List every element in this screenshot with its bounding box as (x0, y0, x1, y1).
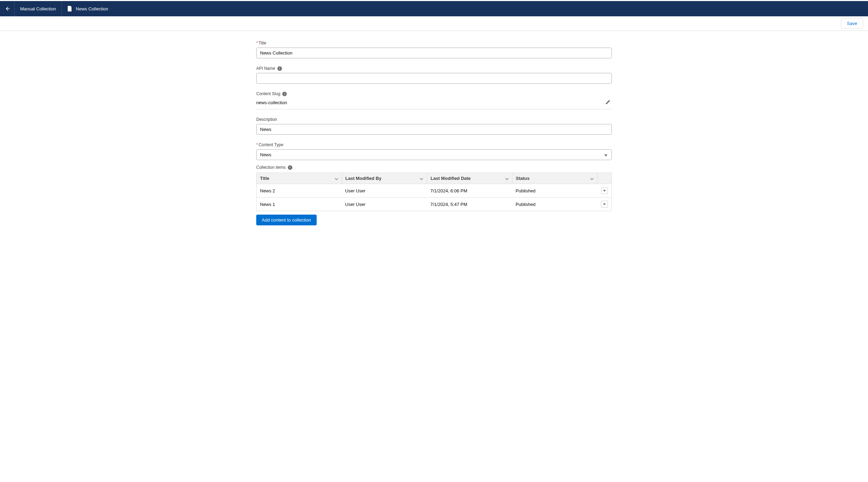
chevron-down-icon (505, 176, 509, 181)
col-header-modified-by[interactable]: Last Modified By (342, 173, 427, 184)
cell-status: Published (512, 184, 598, 198)
col-header-title[interactable]: Title (257, 173, 342, 184)
document-icon (67, 6, 72, 11)
header-bar: Manual Collection News Collection (0, 1, 868, 16)
back-button[interactable] (0, 1, 15, 16)
add-content-button[interactable]: Add content to collection (256, 215, 317, 225)
field-title: * Title (256, 41, 612, 58)
col-header-status-text: Status (516, 176, 530, 181)
col-header-title-text: Title (260, 176, 269, 181)
field-content-slug: Content Slug i news-collection (256, 91, 612, 109)
cell-title: News 1 (257, 198, 342, 211)
cell-modified-by: User User (342, 184, 427, 198)
title-input[interactable] (256, 48, 612, 58)
arrow-left-icon (5, 6, 10, 11)
save-button-label: Save (847, 21, 857, 26)
caret-down-icon (603, 190, 606, 192)
add-content-button-label: Add content to collection (262, 217, 311, 223)
content-type-label: * Content Type (256, 142, 612, 147)
edit-slug-button[interactable] (604, 98, 612, 107)
breadcrumb-parent-label: Manual Collection (20, 6, 56, 11)
pencil-icon (606, 100, 610, 105)
cell-status: Published (512, 198, 598, 211)
table-row: News 1User User7/1/2024, 5:47 PMPublishe… (257, 198, 612, 211)
field-content-type: * Content Type News (256, 142, 612, 160)
slug-label-text: Content Slug (256, 91, 280, 96)
col-header-actions (598, 173, 612, 184)
field-api-name: API Name i (256, 66, 612, 84)
chevron-down-icon (335, 176, 338, 181)
action-bar: Save (0, 16, 868, 31)
description-label-text: Description (256, 117, 277, 122)
api-name-label: API Name i (256, 66, 612, 71)
description-label: Description (256, 117, 612, 122)
title-label: * Title (256, 41, 612, 45)
cell-modified-date: 7/1/2024, 6:06 PM (427, 184, 512, 198)
breadcrumb-current-label: News Collection (76, 6, 108, 11)
description-input[interactable] (256, 124, 612, 135)
form-area: * Title API Name i Content Slug i news-c… (256, 31, 612, 239)
breadcrumb-parent[interactable]: Manual Collection (15, 1, 62, 16)
info-icon[interactable]: i (277, 66, 282, 71)
col-header-status[interactable]: Status (512, 173, 598, 184)
table-row: News 2User User7/1/2024, 6:06 PMPublishe… (257, 184, 612, 198)
row-menu-button[interactable] (601, 201, 608, 208)
chevron-down-icon (420, 176, 423, 181)
info-icon[interactable]: i (282, 92, 287, 96)
breadcrumb-current: News Collection (62, 1, 114, 16)
cell-actions (598, 198, 612, 211)
caret-down-icon (603, 203, 606, 205)
api-name-input[interactable] (256, 73, 612, 84)
slug-label: Content Slug i (256, 91, 612, 96)
info-icon[interactable]: i (288, 165, 292, 170)
row-menu-button[interactable] (601, 187, 608, 194)
slug-value: news-collection (256, 100, 287, 105)
required-mark: * (256, 41, 258, 45)
collection-items-table: Title Last Modified By Last Modified Dat… (256, 173, 612, 211)
slug-row: news-collection (256, 98, 612, 109)
cell-actions (598, 184, 612, 198)
cell-modified-date: 7/1/2024, 5:47 PM (427, 198, 512, 211)
cell-title: News 2 (257, 184, 342, 198)
collection-items-label-text: Collection items (256, 165, 286, 170)
content-type-label-text: Content Type (259, 142, 283, 147)
field-description: Description (256, 117, 612, 135)
col-header-modified-date-text: Last Modified Date (431, 176, 471, 181)
title-label-text: Title (259, 41, 266, 45)
content-type-value: News (260, 152, 272, 157)
chevron-down-icon (590, 176, 594, 181)
col-header-modified-by-text: Last Modified By (345, 176, 382, 181)
content-type-select-wrap: News (256, 149, 612, 160)
required-mark: * (256, 142, 258, 147)
save-button[interactable]: Save (841, 18, 863, 28)
collection-items-label: Collection items i (256, 165, 612, 170)
col-header-modified-date[interactable]: Last Modified Date (427, 173, 512, 184)
api-name-label-text: API Name (256, 66, 275, 71)
cell-modified-by: User User (342, 198, 427, 211)
content-type-select[interactable]: News (256, 149, 612, 160)
table-header-row: Title Last Modified By Last Modified Dat… (257, 173, 612, 184)
